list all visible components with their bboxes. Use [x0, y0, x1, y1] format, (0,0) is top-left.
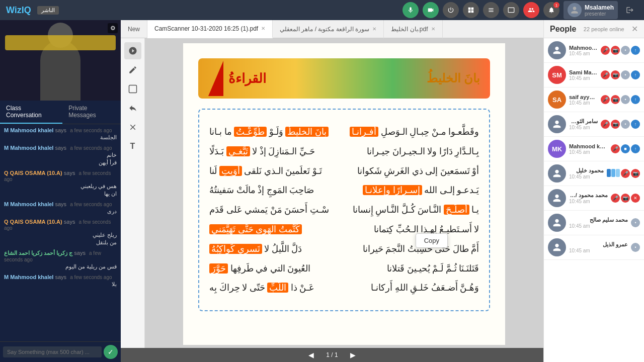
avatar: SA — [548, 90, 566, 109]
avatar — [548, 164, 566, 183]
eraser-tool[interactable] — [124, 80, 141, 98]
person-cam-button[interactable]: 📷 — [611, 46, 620, 55]
user-name: Msalameh — [585, 4, 614, 11]
person-more-button[interactable]: • — [621, 46, 630, 55]
left-panel: ⚙ Class Conversation Private Messages M … — [0, 20, 121, 362]
person-mute-button[interactable]: 🎤 — [611, 144, 620, 153]
person-cam-button[interactable]: 📷 — [631, 169, 640, 178]
video-area: ⚙ — [0, 20, 121, 101]
select-tool[interactable] — [124, 42, 141, 59]
person-controls: 🎤 📷 — [607, 169, 640, 178]
person-share-button[interactable]: ↑ — [631, 95, 640, 104]
tab-ban-label: بان الخليط.pdf — [391, 26, 428, 33]
msg-sender: M Mahmood khalel — [4, 274, 55, 280]
text-tool[interactable]: T — [124, 138, 141, 155]
mic-button[interactable] — [403, 2, 419, 18]
person-more-button[interactable]: • — [621, 70, 630, 79]
people-button[interactable] — [523, 2, 539, 18]
screen-button[interactable] — [503, 2, 519, 18]
next-page-button[interactable]: ▶ — [346, 351, 360, 359]
camera-button[interactable] — [423, 2, 439, 18]
person-name: Sami Mahasneh/ — [569, 69, 598, 75]
list-item: Q QAIS OSAMA (10.A) says a few seconds a… — [4, 219, 117, 246]
person-controls: 🎤 📷 ✕ — [611, 194, 640, 203]
tab-surah-close[interactable]: ✕ — [372, 26, 376, 32]
delete-tool[interactable] — [124, 119, 141, 136]
person-more-button[interactable]: • — [631, 243, 640, 252]
person-cam-button[interactable]: ■ — [621, 144, 630, 153]
status-badge: الناشر — [37, 6, 59, 15]
logo-wiz: Wiz — [6, 5, 22, 15]
person-cam-button[interactable]: 📷 — [611, 70, 620, 79]
person-name: Mahmood khalel — [569, 143, 608, 149]
tab-surah[interactable]: سورة الراقعة مكتوبة / ماهر المعقلي ✕ — [273, 20, 384, 38]
top-bar: WizIQ الناشر 1 Msalameh presenter — [0, 0, 644, 20]
person-share-button[interactable]: ↑ — [631, 70, 640, 79]
tab-ban-close[interactable]: ✕ — [431, 26, 435, 32]
list-item: M Mahmood khalel says a few seconds ago … — [4, 127, 117, 141]
tab-camscanner[interactable]: CamScanner 10-31-2020 16:25 (1).pdf ✕ — [147, 20, 273, 38]
person-mute-button[interactable]: 🎤 — [621, 169, 630, 178]
prev-page-button[interactable]: ◀ — [304, 351, 318, 359]
avatar — [548, 189, 566, 207]
doc-page: بانَ الخليطُ القراءةُ وقَطَّعـوا مـنْ حِ… — [183, 43, 505, 345]
person-time: 10:45 am — [569, 75, 598, 81]
copy-popup[interactable]: Copy — [416, 233, 448, 248]
msg-sender: Q QAIS OSAMA (10.A) — [4, 219, 64, 225]
right-panel: People 22 people online ✕ Mahmood khalel… — [543, 20, 644, 362]
person-time: 10:45 am — [569, 100, 598, 106]
person-controls: 🎤 📷 • ↑ — [601, 46, 640, 55]
send-button[interactable]: ✓ — [104, 345, 118, 359]
logout-button[interactable] — [622, 2, 638, 18]
tab-camscanner-close[interactable]: ✕ — [261, 26, 265, 31]
person-name: Mahmood khalel — [569, 45, 598, 51]
person-name: saif ayyash — [569, 94, 598, 100]
person-mute-button[interactable]: 🎤 — [601, 95, 610, 104]
page-info: 1 / 1 — [326, 351, 338, 358]
person-more-button[interactable]: • — [631, 218, 640, 227]
poem-line-2: بِـالـدَّارِ دَارًا ولا الـجيـرانَ جيـرا… — [209, 144, 479, 159]
people-list: Mahmood khalel 10:45 am 🎤 📷 • ↑ SM Sami … — [544, 38, 644, 362]
person-cam-button[interactable]: 📷 — [621, 194, 630, 203]
person-time: 10:45 am — [569, 149, 608, 155]
person-item: محمد محمود / عشرة (ب) 10:45 am 🎤 📷 ✕ — [544, 186, 644, 211]
person-more-button[interactable]: • — [621, 95, 630, 104]
person-block-button[interactable]: ✕ — [631, 194, 640, 203]
video-settings-button[interactable]: ⚙ — [108, 23, 118, 33]
transform-tool[interactable] — [124, 100, 141, 117]
bell-button[interactable]: 1 — [543, 2, 559, 18]
msg-sender: M Mahmood khalel — [4, 201, 55, 207]
person-more-button[interactable]: • — [621, 120, 630, 129]
person-cam-button[interactable]: 📷 — [611, 95, 620, 104]
person-name: عمرو الذيل — [569, 241, 628, 248]
person-item: محمود خليل 10:45 am 🎤 📷 — [544, 161, 644, 186]
layout-button[interactable] — [483, 2, 499, 18]
person-controls: 🎤 ■ ↑ — [611, 144, 640, 153]
tab-private-messages[interactable]: Private Messages — [62, 101, 121, 124]
person-time: 10:45 am — [569, 174, 604, 179]
msg-sender: M Mahmood khalel — [4, 127, 55, 133]
person-mute-button[interactable]: 🎤 — [601, 46, 610, 55]
close-people-button[interactable]: ✕ — [631, 24, 638, 34]
chat-messages: M Mahmood khalel says a few seconds ago … — [0, 124, 121, 341]
chat-input[interactable] — [3, 346, 102, 357]
tabs-bar: New CamScanner 10-31-2020 16:25 (1).pdf … — [121, 20, 543, 38]
tab-class-conversation[interactable]: Class Conversation — [0, 101, 62, 124]
msg-sender: M Mahmood khalel — [4, 145, 55, 151]
tab-ban[interactable]: بان الخليط.pdf ✕ — [384, 20, 442, 38]
person-mute-button[interactable]: 🎤 — [611, 194, 620, 203]
person-cam-button[interactable]: 📷 — [611, 120, 620, 129]
person-mute-button[interactable]: 🎤 — [601, 70, 610, 79]
person-item: MK Mahmood khalel 10:45 am 🎤 ■ ↑ — [544, 137, 644, 161]
person-share-button[interactable]: ↑ — [631, 46, 640, 55]
person-share-button[interactable]: ↑ — [631, 120, 640, 129]
person-mute-button[interactable]: 🎤 — [601, 120, 610, 129]
chat-input-area: ✓ — [0, 341, 121, 362]
avatar — [548, 41, 566, 59]
power-button[interactable] — [443, 2, 459, 18]
person-name: محمود خليل — [569, 167, 604, 174]
grid-button[interactable] — [463, 2, 479, 18]
person-share-button[interactable]: ↑ — [631, 144, 640, 153]
pen-tool[interactable] — [124, 61, 141, 78]
tab-new[interactable]: New — [121, 20, 147, 38]
